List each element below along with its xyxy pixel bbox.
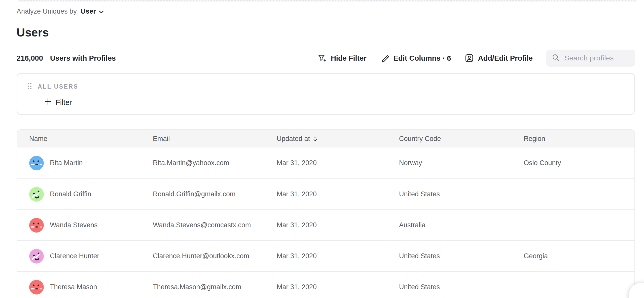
filter-group-header: ALL USERS: [27, 83, 634, 91]
user-country-code: United States: [399, 283, 524, 291]
search-profiles-input[interactable]: [564, 54, 631, 62]
avatar: [29, 218, 44, 233]
filter-panel: ALL USERS Filter: [17, 73, 635, 115]
profile-count-value: 216,000: [17, 54, 43, 62]
user-updated-at: Mar 31, 2020: [277, 190, 399, 198]
profile-count-label: Users with Profiles: [50, 54, 116, 62]
edit-columns-label: Edit Columns · 6: [393, 54, 451, 62]
user-region: Oslo County: [524, 159, 634, 167]
user-country-code: Norway: [399, 159, 524, 167]
user-name: Theresa Mason: [50, 283, 97, 291]
table-body: Rita Martin Rita.Martin@yahoox.com Mar 3…: [17, 147, 634, 298]
user-updated-at: Mar 31, 2020: [277, 283, 399, 291]
filter-group-label: ALL USERS: [38, 83, 78, 90]
page-title: Users: [17, 26, 635, 39]
scrolled-card-edge: [18, 0, 636, 2]
profile-count: 216,000 Users with Profiles: [17, 54, 116, 62]
profile-card-icon: [465, 54, 474, 63]
analyze-by-value: User: [81, 8, 96, 15]
toolbar: 216,000 Users with Profiles Hide Filter: [17, 49, 635, 67]
column-header-email: Email: [153, 135, 277, 143]
hide-filter-button[interactable]: Hide Filter: [317, 54, 367, 63]
user-country-code: United States: [399, 190, 524, 198]
avatar: [29, 187, 44, 202]
toolbar-actions: Hide Filter Edit Columns · 6: [317, 50, 635, 67]
search-box: [546, 50, 635, 67]
funnel-plus-icon: [317, 54, 327, 63]
add-filter-button[interactable]: Filter: [45, 98, 72, 107]
hide-filter-label: Hide Filter: [331, 54, 367, 62]
plus-icon: [45, 98, 51, 107]
avatar: [29, 280, 44, 294]
table-row[interactable]: Theresa Mason Theresa.Mason@gmailx.com M…: [17, 271, 634, 298]
sort-desc-icon: [313, 136, 317, 141]
user-email: Ronald.Griffin@gmailx.com: [153, 190, 277, 198]
user-updated-at: Mar 31, 2020: [277, 252, 399, 260]
table-row[interactable]: Rita Martin Rita.Martin@yahoox.com Mar 3…: [17, 147, 634, 178]
user-email: Clarence.Hunter@outlookx.com: [153, 252, 277, 260]
edit-columns-button[interactable]: Edit Columns · 6: [380, 54, 451, 63]
add-edit-profile-button[interactable]: Add/Edit Profile: [465, 54, 533, 63]
chevron-down-icon: [99, 8, 104, 15]
user-country-code: United States: [399, 252, 524, 260]
search-icon: [552, 54, 560, 63]
users-table: Name Email Updated at Country Code Regio…: [17, 129, 635, 298]
add-edit-profile-label: Add/Edit Profile: [478, 54, 533, 62]
column-header-updated-at[interactable]: Updated at: [277, 135, 399, 143]
user-name: Ronald Griffin: [50, 190, 91, 198]
column-header-region: Region: [524, 135, 634, 143]
user-email: Rita.Martin@yahoox.com: [153, 159, 277, 167]
user-country-code: Australia: [399, 221, 524, 229]
users-page: Analyze Uniques by User Users 216,000 Us…: [0, 7, 644, 298]
user-updated-at: Mar 31, 2020: [277, 221, 399, 229]
analyze-uniques-label: Analyze Uniques by: [17, 8, 77, 15]
column-header-country-code: Country Code: [399, 135, 524, 143]
user-name: Rita Martin: [50, 159, 83, 167]
avatar: [29, 249, 44, 264]
column-header-name: Name: [29, 135, 153, 143]
table-row[interactable]: Wanda Stevens Wanda.Stevens@comcastx.com…: [17, 209, 634, 240]
user-email: Wanda.Stevens@comcastx.com: [153, 221, 277, 229]
add-filter-label: Filter: [56, 98, 72, 107]
avatar: [29, 156, 44, 170]
user-email: Theresa.Mason@gmailx.com: [153, 283, 277, 291]
analyze-uniques-row: Analyze Uniques by User: [17, 7, 635, 16]
user-updated-at: Mar 31, 2020: [277, 159, 399, 167]
analyze-by-dropdown[interactable]: User: [81, 8, 104, 15]
user-name: Clarence Hunter: [50, 252, 99, 260]
table-header-row: Name Email Updated at Country Code Regio…: [17, 130, 634, 147]
table-row[interactable]: Ronald Griffin Ronald.Griffin@gmailx.com…: [17, 178, 634, 209]
user-region: Georgia: [524, 252, 634, 260]
drag-handle-icon[interactable]: [27, 83, 32, 91]
user-name: Wanda Stevens: [50, 221, 98, 229]
pencil-icon: [380, 54, 389, 63]
table-row[interactable]: Clarence Hunter Clarence.Hunter@outlookx…: [17, 240, 634, 271]
